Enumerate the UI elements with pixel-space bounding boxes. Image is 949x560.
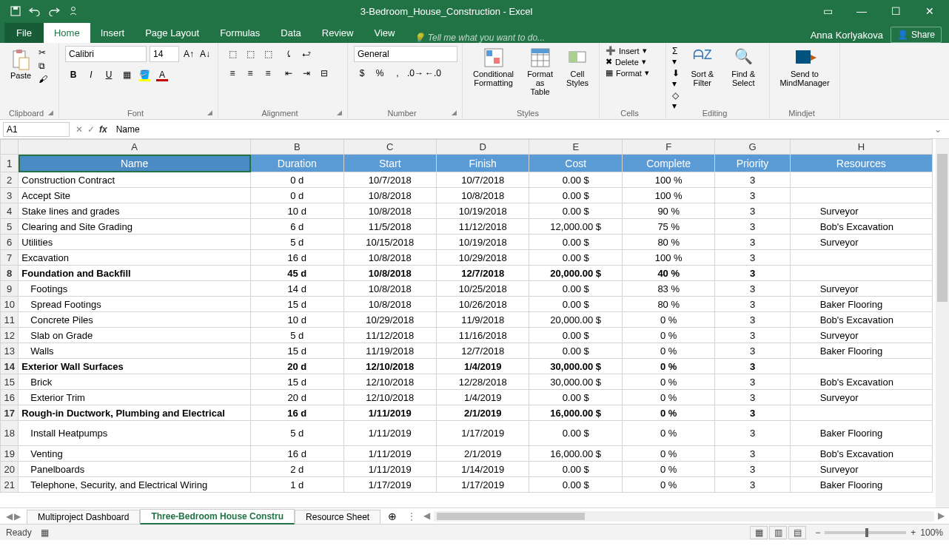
cell-start[interactable]: 10/8/2018 bbox=[343, 266, 436, 281]
cell-resources[interactable]: Surveyor bbox=[790, 390, 932, 405]
cell-complete[interactable]: 0 % bbox=[622, 312, 714, 328]
cell-name[interactable]: Walls bbox=[19, 343, 251, 359]
col-header-C[interactable]: C bbox=[343, 140, 436, 155]
decrease-font-icon[interactable]: A↓ bbox=[198, 46, 212, 62]
cell-priority[interactable]: 3 bbox=[715, 172, 790, 188]
currency-icon[interactable]: $ bbox=[354, 65, 370, 81]
cell-duration[interactable]: 45 d bbox=[251, 266, 343, 281]
col-header-D[interactable]: D bbox=[436, 140, 529, 155]
sort-filter-button[interactable]: ᗩZSort & Filter bbox=[684, 46, 720, 89]
cell-cost[interactable]: 30,000.00 $ bbox=[529, 359, 622, 374]
user-name[interactable]: Anna Korlyakova bbox=[811, 30, 883, 41]
fx-icon[interactable]: fx bbox=[99, 124, 107, 135]
cell-duration[interactable]: 20 d bbox=[251, 359, 343, 374]
cell-name[interactable]: Install Heatpumps bbox=[19, 421, 251, 446]
cell-complete[interactable]: 0 % bbox=[622, 343, 714, 359]
cell-resources[interactable]: Baker Flooring bbox=[790, 421, 932, 446]
cell-cost[interactable]: 0.00 $ bbox=[529, 462, 622, 477]
close-icon[interactable]: ✕ bbox=[915, 1, 945, 21]
cell-duration[interactable]: 14 d bbox=[251, 281, 343, 297]
increase-decimal-icon[interactable]: .0→ bbox=[407, 65, 423, 81]
cell-priority[interactable]: 3 bbox=[715, 405, 790, 421]
row-header[interactable]: 15 bbox=[1, 374, 19, 390]
cell-cost[interactable]: 16,000.00 $ bbox=[529, 446, 622, 462]
row-header[interactable]: 13 bbox=[1, 343, 19, 359]
cell-duration[interactable]: 5 d bbox=[251, 421, 343, 446]
cell-cost[interactable]: 0.00 $ bbox=[529, 297, 622, 312]
cell-priority[interactable]: 3 bbox=[715, 390, 790, 405]
cut-icon[interactable]: ✂ bbox=[38, 47, 52, 58]
col-header-G[interactable]: G bbox=[715, 140, 790, 155]
cell-finish[interactable]: 1/14/2019 bbox=[436, 462, 529, 477]
cell-resources[interactable] bbox=[790, 188, 932, 203]
cell-complete[interactable]: 75 % bbox=[622, 219, 714, 235]
cell-priority[interactable]: 3 bbox=[715, 297, 790, 312]
scroll-left-icon[interactable]: ◀ bbox=[423, 510, 430, 521]
cell-finish[interactable]: 12/7/2018 bbox=[436, 343, 529, 359]
cancel-formula-icon[interactable]: ✕ bbox=[76, 124, 83, 135]
cell-complete[interactable]: 0 % bbox=[622, 446, 714, 462]
italic-button[interactable]: I bbox=[83, 67, 99, 83]
paste-button[interactable]: Paste bbox=[6, 46, 36, 83]
align-right-icon[interactable]: ≡ bbox=[260, 65, 276, 81]
cell-priority[interactable]: 3 bbox=[715, 188, 790, 203]
cell-duration[interactable]: 16 d bbox=[251, 446, 343, 462]
send-to-mindmanager-button[interactable]: Send to MindManager bbox=[776, 46, 834, 89]
row-header[interactable]: 11 bbox=[1, 312, 19, 328]
share-button[interactable]: 👤Share bbox=[891, 27, 942, 43]
cell-cost[interactable]: 0.00 $ bbox=[529, 188, 622, 203]
sheet-tab-1[interactable]: Three-Bedroom House Constru bbox=[140, 509, 295, 524]
tab-file[interactable]: File bbox=[4, 23, 44, 43]
cell-start[interactable]: 1/11/2019 bbox=[343, 462, 436, 477]
orientation-icon[interactable]: ⤹ bbox=[281, 46, 297, 62]
align-left-icon[interactable]: ≡ bbox=[224, 65, 241, 81]
font-size-select[interactable] bbox=[150, 46, 179, 62]
cell-name[interactable]: Venting bbox=[19, 446, 251, 462]
cell-priority[interactable]: 3 bbox=[715, 235, 790, 250]
number-format-select[interactable] bbox=[354, 46, 457, 62]
cell-cost[interactable]: 20,000.00 $ bbox=[529, 312, 622, 328]
tab-page-layout[interactable]: Page Layout bbox=[135, 23, 209, 43]
cell-name[interactable]: Spread Footings bbox=[19, 297, 251, 312]
cell-name[interactable]: Stake lines and grades bbox=[19, 203, 251, 219]
cell-start[interactable]: 10/8/2018 bbox=[343, 203, 436, 219]
cell-finish[interactable]: 11/16/2018 bbox=[436, 328, 529, 343]
alignment-dialog-launcher[interactable]: ◢ bbox=[337, 109, 346, 118]
merge-center-icon[interactable]: ⊟ bbox=[316, 65, 332, 81]
col-header-H[interactable]: H bbox=[790, 140, 932, 155]
row-header[interactable]: 18 bbox=[1, 421, 19, 446]
cell-cost[interactable]: 0.00 $ bbox=[529, 328, 622, 343]
autosum-icon[interactable]: Σ ▾ bbox=[672, 46, 681, 67]
cell-priority[interactable]: 3 bbox=[715, 219, 790, 235]
cell-cost[interactable]: 0.00 $ bbox=[529, 390, 622, 405]
cell-resources[interactable]: Surveyor bbox=[790, 203, 932, 219]
formula-expand-icon[interactable]: ⌄ bbox=[930, 124, 946, 135]
cell-duration[interactable]: 10 d bbox=[251, 312, 343, 328]
spreadsheet-grid[interactable]: A B C D E F G H 1 Name Duration Start Fi… bbox=[0, 139, 949, 507]
cell-duration[interactable]: 5 d bbox=[251, 235, 343, 250]
cell-name[interactable]: Concrete Piles bbox=[19, 312, 251, 328]
cell-cost[interactable]: 30,000.00 $ bbox=[529, 374, 622, 390]
conditional-formatting-button[interactable]: Conditional Formatting bbox=[469, 46, 518, 89]
cell-complete[interactable]: 0 % bbox=[622, 328, 714, 343]
macro-record-icon[interactable]: ▦ bbox=[41, 527, 49, 538]
cell-resources[interactable] bbox=[790, 405, 932, 421]
row-header[interactable]: 3 bbox=[1, 188, 19, 203]
vertical-scroll-thumb[interactable] bbox=[937, 154, 948, 302]
maximize-icon[interactable]: ☐ bbox=[881, 1, 911, 21]
tab-insert[interactable]: Insert bbox=[90, 23, 135, 43]
cell-resources[interactable]: Baker Flooring bbox=[790, 297, 932, 312]
cell-complete[interactable]: 0 % bbox=[622, 359, 714, 374]
cell-name[interactable]: Foundation and Backfill bbox=[19, 266, 251, 281]
cell-complete[interactable]: 100 % bbox=[622, 172, 714, 188]
cell-priority[interactable]: 3 bbox=[715, 312, 790, 328]
cell-duration[interactable]: 16 d bbox=[251, 250, 343, 266]
zoom-percent[interactable]: 100% bbox=[920, 527, 943, 538]
bold-button[interactable]: B bbox=[65, 67, 81, 83]
find-select-button[interactable]: 🔍Find & Select bbox=[723, 46, 763, 89]
cell-duration[interactable]: 15 d bbox=[251, 297, 343, 312]
border-button[interactable]: ▦ bbox=[118, 67, 135, 83]
cell-finish[interactable]: 1/17/2019 bbox=[436, 421, 529, 446]
select-all-corner[interactable] bbox=[1, 140, 19, 155]
decrease-indent-icon[interactable]: ⇤ bbox=[281, 65, 297, 81]
